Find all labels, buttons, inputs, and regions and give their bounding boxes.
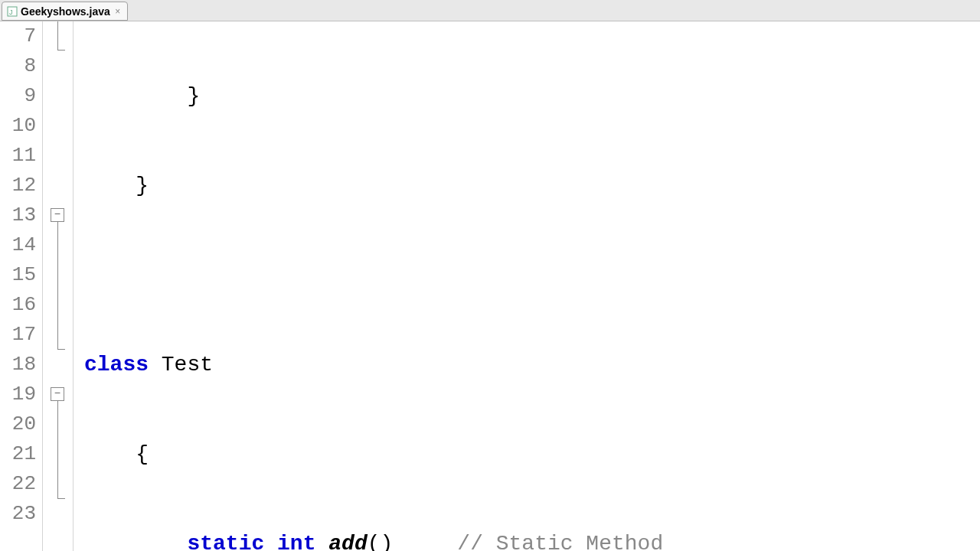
line-number: 19 <box>0 380 36 409</box>
close-tab-icon[interactable]: × <box>113 7 122 16</box>
line-number: 15 <box>0 260 36 290</box>
code-line: } <box>74 171 980 201</box>
line-number: 22 <box>0 469 36 499</box>
line-number: 18 <box>0 350 36 380</box>
code-line: class Test <box>74 350 980 380</box>
line-number: 23 <box>0 499 36 529</box>
code-line: { <box>74 439 980 469</box>
line-number: 8 <box>0 51 36 81</box>
line-number: 16 <box>0 290 36 320</box>
line-number: 14 <box>0 230 36 260</box>
svg-text:J: J <box>9 8 13 16</box>
tab-bar: J Geekyshows.java × <box>0 0 980 21</box>
line-number: 10 <box>0 111 36 141</box>
file-tab[interactable]: J Geekyshows.java × <box>2 2 128 21</box>
code-line: } <box>74 81 980 111</box>
line-number: 13 <box>0 201 36 230</box>
line-number: 7 <box>0 21 36 51</box>
fold-gutter: − − <box>43 21 74 551</box>
line-number: 20 <box>0 409 36 439</box>
code-line <box>74 260 980 290</box>
line-number: 11 <box>0 141 36 171</box>
line-number: 12 <box>0 171 36 201</box>
fold-toggle-icon[interactable]: − <box>51 208 64 222</box>
code-editor[interactable]: 7 8 9 10 11 12 13 14 15 16 17 18 19 20 2… <box>0 21 980 551</box>
line-number-gutter: 7 8 9 10 11 12 13 14 15 16 17 18 19 20 2… <box>0 21 43 551</box>
tab-filename: Geekyshows.java <box>21 5 110 18</box>
fold-toggle-icon[interactable]: − <box>51 387 64 401</box>
code-area[interactable]: } } class Test { static int add() // Sta… <box>74 21 980 551</box>
line-number: 9 <box>0 81 36 111</box>
java-file-icon: J <box>7 6 18 17</box>
line-number: 21 <box>0 439 36 469</box>
code-line: static int add() // Static Method <box>74 529 980 551</box>
line-number: 17 <box>0 320 36 350</box>
